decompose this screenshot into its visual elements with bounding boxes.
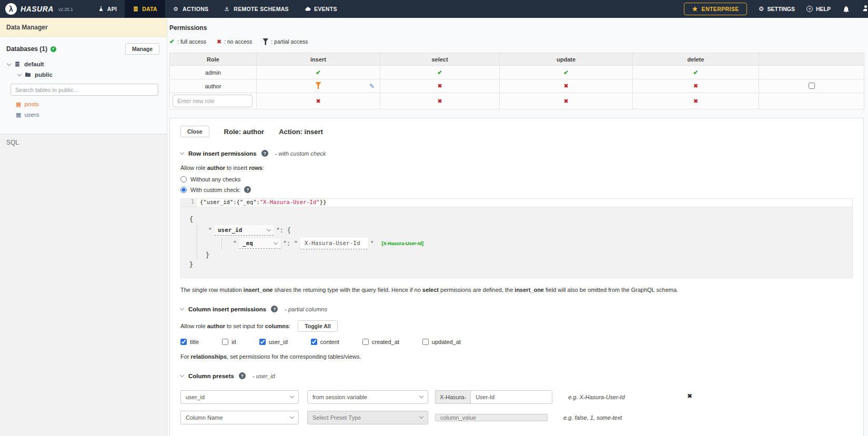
chevron-down-icon[interactable] [17,72,22,76]
action-label: Action: insert [279,128,323,136]
sidebar: Data Manager Databases (1) ✔ Manage defa… [0,18,167,436]
author-insert-cell[interactable]: ✎ [257,79,380,93]
db-connected-icon: ✔ [51,46,56,52]
help-button[interactable]: ? HELP [806,6,831,12]
checkbox[interactable] [222,339,228,345]
column-checkbox-title[interactable]: title [180,339,199,345]
column-checkbox-created-at[interactable]: created_at [362,339,399,345]
admin-insert-cell[interactable] [257,66,380,79]
preset-value-input-disabled[interactable] [435,414,548,421]
tree-item-database-default[interactable]: default [0,59,167,69]
notifications-bell-icon[interactable] [842,5,850,13]
tree-item-schema-public[interactable]: public [0,69,167,80]
placeholder-value: Select Preset Type [312,414,361,421]
session-variable-badge: [X-Hasura-User-Id] [382,241,424,246]
session-variable-input[interactable] [300,238,368,249]
no-access-icon [437,98,442,104]
relationships-note: For relationships, set permissions for t… [180,353,853,360]
preset-column-select[interactable]: user_id [180,390,299,404]
preset-type-select-disabled[interactable]: Select Preset Type [307,411,428,424]
author-update-cell[interactable] [500,79,633,93]
newrole-select-cell[interactable] [380,93,500,109]
newrole-delete-cell[interactable] [633,93,759,109]
top-navbar: λ HASURA v2.25.1 API DATA ⚙ ACTIONS ⚓ RE… [0,0,868,18]
preset-column-select-empty[interactable]: Column Name [180,411,299,424]
legend-partial-access: : partial access [263,38,308,45]
selected-value: user_id [186,394,205,400]
sql-section[interactable]: SQL [0,134,167,436]
allow-insert-text: Allow role author to insert rows: [180,165,853,171]
help-icon[interactable]: ? [271,306,278,312]
section-title: Column insert permissions [188,306,266,312]
preset-row-1: user_id from session variable X-Hasura- … [180,390,853,404]
search-tables-input[interactable] [11,84,158,96]
help-icon[interactable]: ? [239,372,246,379]
builder-field-row: " user_id ": { [206,225,844,236]
actions-icon: ⚙ [173,6,179,12]
option-custom-check: With custom check: ? [180,186,853,193]
newrole-bulk-cell [759,93,864,109]
admin-delete-cell[interactable] [633,66,759,79]
manage-button[interactable]: Manage [125,43,159,55]
permissions-title: Permissions [169,24,863,32]
checkbox[interactable] [362,339,369,345]
checkbox[interactable] [180,339,187,345]
column-presets-section-toggle[interactable]: Column presets ? - user_id [180,372,853,379]
help-label: HELP [816,6,831,12]
checkbox[interactable] [259,339,266,345]
column-checkbox-content[interactable]: content [311,339,339,345]
author-bulk-checkbox[interactable] [809,83,815,89]
newrole-update-cell[interactable] [500,93,633,109]
admin-select-cell[interactable] [380,66,500,79]
user-menu[interactable] [862,4,867,14]
enterprise-label: ENTERPRISE [702,6,739,12]
hasura-brand[interactable]: λ HASURA v2.25.1 [0,0,80,18]
option-without-checks: Without any checks [180,176,853,182]
checkbox[interactable] [422,339,429,345]
brand-name: HASURA [21,5,54,13]
help-icon[interactable]: ? [244,186,251,193]
author-select-cell[interactable] [380,79,500,93]
column-permissions-section-toggle[interactable]: Column insert permissions ? - partial co… [180,306,853,312]
code-open: {"user_id":{"_eq": [200,199,260,205]
nav-item-actions[interactable]: ⚙ ACTIONS [165,0,216,18]
nav-item-api[interactable]: API [90,0,125,18]
nav-item-remote-schemas[interactable]: ⚓ REMOTE SCHEMAS [216,0,297,18]
nav-item-events[interactable]: EVENTS [297,0,345,18]
nav-item-data[interactable]: DATA [125,0,165,18]
enterprise-button[interactable]: ★ ENTERPRISE [684,3,746,15]
field-select[interactable]: user_id [215,225,274,236]
text: to insert [227,165,247,171]
custom-check-code-editor[interactable]: 1 {"user_id":{"_eq":"X-Hasura-User-Id"}} [180,198,853,207]
preset-type-select[interactable]: from session variable [307,390,428,404]
chevron-down-icon[interactable] [7,61,11,65]
chevron-down-icon [419,394,423,398]
session-var-value-input[interactable] [470,390,552,404]
checkbox[interactable] [311,339,317,345]
column-checkbox-id[interactable]: id [222,339,236,345]
column-checkbox-user-id[interactable]: user_id [259,339,288,345]
without-checks-radio[interactable] [180,176,187,182]
new-role-input[interactable] [173,95,253,107]
chevron-down-icon [180,373,184,377]
settings-button[interactable]: ⚙ SETTINGS [759,5,795,13]
column-checkbox-updated-at[interactable]: updated_at [422,339,461,345]
sidebar-table-posts[interactable]: ▦ posts [0,99,167,109]
sidebar-table-users[interactable]: ▦ users [0,109,167,120]
no-access-icon [563,98,568,104]
custom-check-radio[interactable] [180,187,187,193]
close-button[interactable]: Close [180,126,209,137]
admin-update-cell[interactable] [500,66,633,79]
newrole-insert-cell[interactable] [257,93,380,109]
row-permissions-section-toggle[interactable]: Row insert permissions ? - with custom c… [180,150,853,157]
operator-select[interactable]: _eq [239,238,280,249]
text: Allow role [180,165,206,171]
chevron-down-icon [419,414,423,419]
field-value: user_id [218,227,242,234]
author-delete-cell[interactable] [633,79,759,93]
help-icon[interactable]: ? [261,150,268,157]
nav-label: ACTIONS [183,6,208,12]
toggle-all-button[interactable]: Toggle All [298,320,338,332]
table-name: posts [24,101,39,107]
remove-preset-icon[interactable]: ✖ [687,392,692,400]
